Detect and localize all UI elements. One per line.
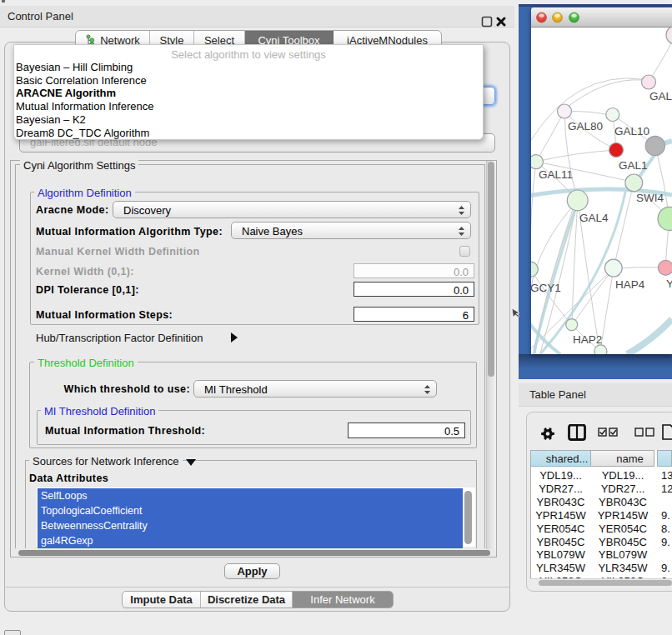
svg-text:GAL1: GAL1 bbox=[619, 159, 648, 172]
svg-text:HAP4: HAP4 bbox=[615, 278, 645, 291]
svg-text:GAL: GAL bbox=[649, 90, 672, 102]
svg-text:GAL10: GAL10 bbox=[614, 125, 649, 138]
svg-text:GAL11: GAL11 bbox=[539, 168, 573, 181]
svg-text:GAL80: GAL80 bbox=[568, 120, 603, 132]
svg-text:GCY1: GCY1 bbox=[531, 282, 561, 294]
svg-text:Y: Y bbox=[666, 278, 672, 290]
svg-text:SWI4: SWI4 bbox=[636, 192, 664, 204]
svg-text:GAL4: GAL4 bbox=[579, 212, 609, 224]
svg-text:HAP2: HAP2 bbox=[573, 333, 602, 346]
